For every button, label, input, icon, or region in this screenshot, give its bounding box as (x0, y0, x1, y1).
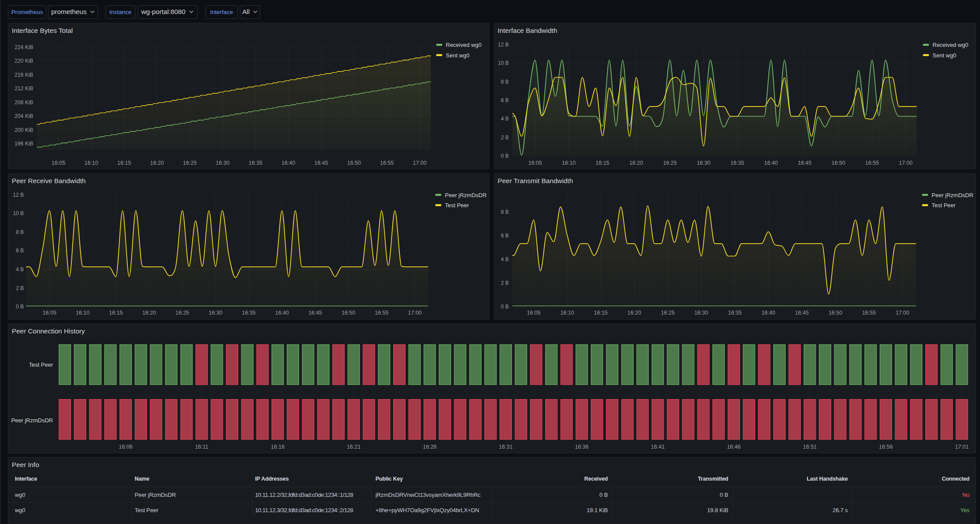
svg-text:16:05: 16:05 (528, 160, 542, 166)
svg-text:16:15: 16:15 (117, 160, 131, 166)
svg-text:16:30: 16:30 (697, 160, 710, 166)
svg-text:16:20: 16:20 (150, 160, 164, 166)
svg-text:8 B: 8 B (16, 229, 24, 235)
svg-text:220 KiB: 220 KiB (14, 58, 33, 64)
svg-text:Test Peer: Test Peer (29, 361, 53, 368)
svg-text:Peer jRzmDsDR: Peer jRzmDsDR (445, 191, 486, 198)
svg-text:16:40: 16:40 (282, 160, 295, 166)
svg-text:16:25: 16:25 (661, 310, 674, 316)
svg-text:16:31: 16:31 (499, 443, 512, 450)
svg-text:16:05: 16:05 (42, 310, 56, 316)
svg-text:16:30: 16:30 (216, 160, 229, 166)
svg-text:216 KiB: 216 KiB (14, 72, 33, 78)
svg-text:16:30: 16:30 (694, 310, 708, 316)
svg-text:16:36: 16:36 (575, 443, 589, 450)
svg-text:6 B: 6 B (501, 232, 508, 238)
svg-text:17:00: 17:00 (408, 310, 422, 316)
svg-text:16:45: 16:45 (795, 310, 808, 316)
svg-text:16:45: 16:45 (797, 160, 811, 166)
svg-text:196 KiB: 196 KiB (14, 141, 33, 147)
svg-text:212 KiB: 212 KiB (14, 85, 33, 92)
svg-text:12 B: 12 B (497, 42, 508, 48)
svg-text:12 B: 12 B (13, 191, 24, 198)
svg-text:16:35: 16:35 (242, 310, 255, 316)
svg-text:16:55: 16:55 (862, 310, 875, 316)
svg-text:17:00: 17:00 (895, 310, 909, 316)
svg-text:16:51: 16:51 (803, 443, 817, 450)
svg-text:16:20: 16:20 (627, 310, 641, 316)
svg-text:224 KiB: 224 KiB (14, 44, 33, 50)
svg-text:16:40: 16:40 (761, 310, 775, 316)
svg-text:10 B: 10 B (13, 210, 24, 216)
svg-text:Received wg0: Received wg0 (932, 42, 968, 48)
svg-text:16:50: 16:50 (347, 160, 361, 166)
svg-text:Test Peer: Test Peer (931, 202, 956, 209)
svg-text:16:15: 16:15 (109, 310, 123, 316)
svg-text:16:16: 16:16 (271, 443, 285, 450)
svg-text:16:05: 16:05 (527, 310, 540, 316)
svg-text:6 B: 6 B (16, 248, 24, 254)
svg-text:16:55: 16:55 (865, 160, 878, 166)
svg-text:6 B: 6 B (501, 97, 508, 103)
svg-text:Test Peer: Test Peer (445, 202, 469, 209)
svg-text:2 B: 2 B (501, 135, 508, 141)
svg-text:4 B: 4 B (501, 116, 508, 122)
svg-text:16:46: 16:46 (727, 443, 740, 450)
svg-text:16:55: 16:55 (375, 310, 388, 316)
svg-text:16:50: 16:50 (342, 310, 355, 316)
svg-text:16:15: 16:15 (596, 160, 609, 166)
svg-text:208 KiB: 208 KiB (14, 99, 33, 106)
svg-text:16:45: 16:45 (314, 160, 328, 166)
svg-text:2 B: 2 B (501, 280, 508, 286)
svg-text:16:06: 16:06 (119, 443, 132, 450)
svg-text:16:55: 16:55 (380, 160, 394, 166)
svg-text:16:50: 16:50 (828, 310, 842, 316)
svg-text:16:50: 16:50 (831, 160, 845, 166)
svg-text:16:25: 16:25 (183, 160, 197, 166)
svg-text:8 B: 8 B (501, 79, 508, 85)
svg-text:Peer jRzmDsDR: Peer jRzmDsDR (931, 191, 973, 198)
svg-text:16:35: 16:35 (249, 160, 262, 166)
svg-text:4 B: 4 B (16, 266, 24, 273)
svg-text:16:20: 16:20 (629, 160, 643, 166)
svg-text:16:10: 16:10 (560, 310, 574, 316)
svg-text:Sent wg0: Sent wg0 (446, 52, 469, 59)
svg-text:16:35: 16:35 (730, 160, 744, 166)
svg-text:16:15: 16:15 (594, 310, 607, 316)
svg-text:16:10: 16:10 (76, 310, 89, 316)
svg-text:16:40: 16:40 (764, 160, 778, 166)
svg-text:16:05: 16:05 (52, 160, 65, 166)
svg-text:16:25: 16:25 (663, 160, 677, 166)
svg-text:0 B: 0 B (501, 153, 508, 159)
svg-text:16:25: 16:25 (176, 310, 189, 316)
svg-text:16:20: 16:20 (142, 310, 156, 316)
svg-text:16:56: 16:56 (879, 443, 892, 450)
svg-text:17:00: 17:00 (413, 160, 427, 166)
svg-text:10 B: 10 B (497, 60, 508, 66)
svg-text:17:01: 17:01 (955, 443, 969, 450)
svg-text:16:35: 16:35 (728, 310, 741, 316)
svg-text:204 KiB: 204 KiB (14, 113, 33, 119)
svg-text:16:10: 16:10 (562, 160, 575, 166)
svg-text:0 B: 0 B (501, 304, 508, 310)
svg-text:16:10: 16:10 (85, 160, 98, 166)
svg-text:200 KiB: 200 KiB (14, 127, 33, 133)
svg-text:0 B: 0 B (16, 304, 24, 310)
svg-text:Received wg0: Received wg0 (446, 42, 482, 48)
svg-text:Sent wg0: Sent wg0 (932, 52, 956, 59)
svg-text:16:26: 16:26 (423, 443, 437, 450)
svg-text:8 B: 8 B (501, 209, 508, 215)
svg-text:16:30: 16:30 (209, 310, 222, 316)
svg-text:16:45: 16:45 (308, 310, 322, 316)
svg-text:16:40: 16:40 (275, 310, 289, 316)
svg-text:16:21: 16:21 (347, 443, 360, 450)
svg-text:4 B: 4 B (501, 256, 508, 262)
svg-text:17:00: 17:00 (899, 160, 912, 166)
svg-text:2 B: 2 B (16, 285, 24, 291)
svg-text:Peer jRzmDsDR: Peer jRzmDsDR (11, 417, 53, 423)
svg-text:16:11: 16:11 (195, 443, 208, 450)
svg-text:16:41: 16:41 (651, 443, 665, 450)
